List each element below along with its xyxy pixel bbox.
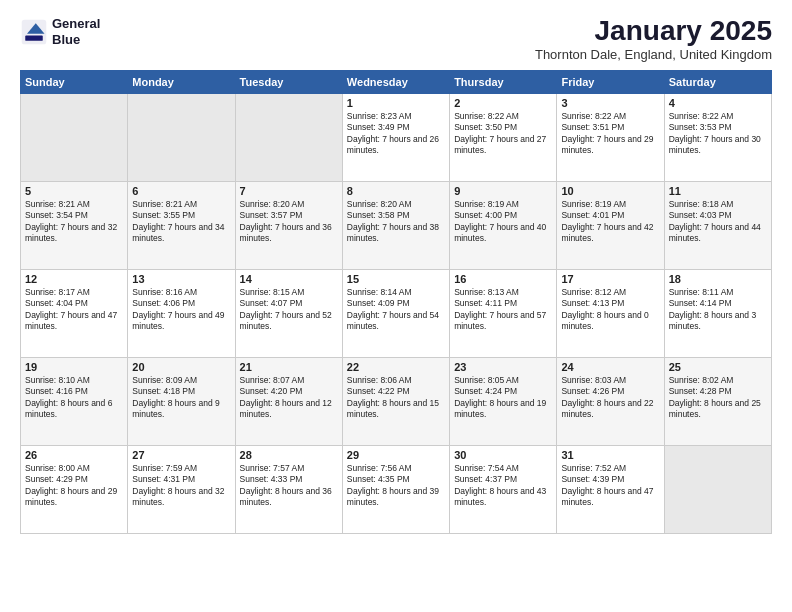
cell-info: Sunrise: 8:16 AM Sunset: 4:06 PM Dayligh… <box>132 287 230 333</box>
day-number: 8 <box>347 185 445 197</box>
day-number: 28 <box>240 449 338 461</box>
cell-info: Sunrise: 8:15 AM Sunset: 4:07 PM Dayligh… <box>240 287 338 333</box>
calendar-cell: 28Sunrise: 7:57 AM Sunset: 4:33 PM Dayli… <box>235 445 342 533</box>
day-number: 19 <box>25 361 123 373</box>
logo-icon <box>20 18 48 46</box>
cell-info: Sunrise: 8:00 AM Sunset: 4:29 PM Dayligh… <box>25 463 123 509</box>
calendar-cell: 17Sunrise: 8:12 AM Sunset: 4:13 PM Dayli… <box>557 269 664 357</box>
calendar-week-1: 1Sunrise: 8:23 AM Sunset: 3:49 PM Daylig… <box>21 93 772 181</box>
calendar-week-4: 19Sunrise: 8:10 AM Sunset: 4:16 PM Dayli… <box>21 357 772 445</box>
cell-info: Sunrise: 8:20 AM Sunset: 3:58 PM Dayligh… <box>347 199 445 245</box>
day-number: 7 <box>240 185 338 197</box>
calendar-cell: 10Sunrise: 8:19 AM Sunset: 4:01 PM Dayli… <box>557 181 664 269</box>
header-row: SundayMondayTuesdayWednesdayThursdayFrid… <box>21 70 772 93</box>
calendar-cell: 16Sunrise: 8:13 AM Sunset: 4:11 PM Dayli… <box>450 269 557 357</box>
calendar-cell: 6Sunrise: 8:21 AM Sunset: 3:55 PM Daylig… <box>128 181 235 269</box>
day-number: 2 <box>454 97 552 109</box>
day-number: 14 <box>240 273 338 285</box>
day-number: 25 <box>669 361 767 373</box>
cell-info: Sunrise: 8:03 AM Sunset: 4:26 PM Dayligh… <box>561 375 659 421</box>
day-number: 18 <box>669 273 767 285</box>
calendar-cell: 20Sunrise: 8:09 AM Sunset: 4:18 PM Dayli… <box>128 357 235 445</box>
day-header-friday: Friday <box>557 70 664 93</box>
calendar-cell: 8Sunrise: 8:20 AM Sunset: 3:58 PM Daylig… <box>342 181 449 269</box>
calendar-cell: 9Sunrise: 8:19 AM Sunset: 4:00 PM Daylig… <box>450 181 557 269</box>
day-number: 5 <box>25 185 123 197</box>
cell-info: Sunrise: 8:10 AM Sunset: 4:16 PM Dayligh… <box>25 375 123 421</box>
cell-info: Sunrise: 8:17 AM Sunset: 4:04 PM Dayligh… <box>25 287 123 333</box>
cell-info: Sunrise: 7:59 AM Sunset: 4:31 PM Dayligh… <box>132 463 230 509</box>
day-number: 13 <box>132 273 230 285</box>
cell-info: Sunrise: 7:57 AM Sunset: 4:33 PM Dayligh… <box>240 463 338 509</box>
calendar-cell: 31Sunrise: 7:52 AM Sunset: 4:39 PM Dayli… <box>557 445 664 533</box>
calendar-cell: 25Sunrise: 8:02 AM Sunset: 4:28 PM Dayli… <box>664 357 771 445</box>
calendar-cell: 15Sunrise: 8:14 AM Sunset: 4:09 PM Dayli… <box>342 269 449 357</box>
calendar-cell: 5Sunrise: 8:21 AM Sunset: 3:54 PM Daylig… <box>21 181 128 269</box>
logo: General Blue <box>20 16 100 47</box>
calendar-cell <box>664 445 771 533</box>
calendar-week-2: 5Sunrise: 8:21 AM Sunset: 3:54 PM Daylig… <box>21 181 772 269</box>
cell-info: Sunrise: 7:52 AM Sunset: 4:39 PM Dayligh… <box>561 463 659 509</box>
day-number: 4 <box>669 97 767 109</box>
day-header-tuesday: Tuesday <box>235 70 342 93</box>
cell-info: Sunrise: 8:02 AM Sunset: 4:28 PM Dayligh… <box>669 375 767 421</box>
calendar-cell: 24Sunrise: 8:03 AM Sunset: 4:26 PM Dayli… <box>557 357 664 445</box>
day-header-sunday: Sunday <box>21 70 128 93</box>
day-number: 23 <box>454 361 552 373</box>
day-number: 29 <box>347 449 445 461</box>
calendar-table: SundayMondayTuesdayWednesdayThursdayFrid… <box>20 70 772 534</box>
cell-info: Sunrise: 8:19 AM Sunset: 4:00 PM Dayligh… <box>454 199 552 245</box>
cell-info: Sunrise: 8:11 AM Sunset: 4:14 PM Dayligh… <box>669 287 767 333</box>
day-number: 3 <box>561 97 659 109</box>
header: General Blue January 2025 Thornton Dale,… <box>20 16 772 62</box>
cell-info: Sunrise: 8:14 AM Sunset: 4:09 PM Dayligh… <box>347 287 445 333</box>
day-number: 12 <box>25 273 123 285</box>
cell-info: Sunrise: 8:18 AM Sunset: 4:03 PM Dayligh… <box>669 199 767 245</box>
day-number: 31 <box>561 449 659 461</box>
calendar-cell: 11Sunrise: 8:18 AM Sunset: 4:03 PM Dayli… <box>664 181 771 269</box>
cell-info: Sunrise: 8:22 AM Sunset: 3:51 PM Dayligh… <box>561 111 659 157</box>
logo-text: General Blue <box>52 16 100 47</box>
calendar-cell: 19Sunrise: 8:10 AM Sunset: 4:16 PM Dayli… <box>21 357 128 445</box>
day-number: 9 <box>454 185 552 197</box>
calendar-cell <box>21 93 128 181</box>
day-number: 16 <box>454 273 552 285</box>
calendar-header: SundayMondayTuesdayWednesdayThursdayFrid… <box>21 70 772 93</box>
title-block: January 2025 Thornton Dale, England, Uni… <box>535 16 772 62</box>
calendar-cell: 2Sunrise: 8:22 AM Sunset: 3:50 PM Daylig… <box>450 93 557 181</box>
calendar-body: 1Sunrise: 8:23 AM Sunset: 3:49 PM Daylig… <box>21 93 772 533</box>
calendar-cell: 30Sunrise: 7:54 AM Sunset: 4:37 PM Dayli… <box>450 445 557 533</box>
day-number: 11 <box>669 185 767 197</box>
cell-info: Sunrise: 8:21 AM Sunset: 3:55 PM Dayligh… <box>132 199 230 245</box>
cell-info: Sunrise: 8:22 AM Sunset: 3:53 PM Dayligh… <box>669 111 767 157</box>
day-number: 10 <box>561 185 659 197</box>
day-number: 6 <box>132 185 230 197</box>
day-header-thursday: Thursday <box>450 70 557 93</box>
calendar-cell: 27Sunrise: 7:59 AM Sunset: 4:31 PM Dayli… <box>128 445 235 533</box>
day-header-wednesday: Wednesday <box>342 70 449 93</box>
cell-info: Sunrise: 8:22 AM Sunset: 3:50 PM Dayligh… <box>454 111 552 157</box>
day-number: 20 <box>132 361 230 373</box>
month-title: January 2025 <box>535 16 772 47</box>
calendar-cell: 26Sunrise: 8:00 AM Sunset: 4:29 PM Dayli… <box>21 445 128 533</box>
calendar-week-5: 26Sunrise: 8:00 AM Sunset: 4:29 PM Dayli… <box>21 445 772 533</box>
cell-info: Sunrise: 8:09 AM Sunset: 4:18 PM Dayligh… <box>132 375 230 421</box>
location: Thornton Dale, England, United Kingdom <box>535 47 772 62</box>
cell-info: Sunrise: 8:23 AM Sunset: 3:49 PM Dayligh… <box>347 111 445 157</box>
day-number: 27 <box>132 449 230 461</box>
cell-info: Sunrise: 8:07 AM Sunset: 4:20 PM Dayligh… <box>240 375 338 421</box>
calendar-cell: 23Sunrise: 8:05 AM Sunset: 4:24 PM Dayli… <box>450 357 557 445</box>
calendar-week-3: 12Sunrise: 8:17 AM Sunset: 4:04 PM Dayli… <box>21 269 772 357</box>
day-number: 26 <box>25 449 123 461</box>
calendar-cell: 29Sunrise: 7:56 AM Sunset: 4:35 PM Dayli… <box>342 445 449 533</box>
calendar-cell: 14Sunrise: 8:15 AM Sunset: 4:07 PM Dayli… <box>235 269 342 357</box>
day-header-saturday: Saturday <box>664 70 771 93</box>
calendar-cell: 4Sunrise: 8:22 AM Sunset: 3:53 PM Daylig… <box>664 93 771 181</box>
day-header-monday: Monday <box>128 70 235 93</box>
day-number: 15 <box>347 273 445 285</box>
cell-info: Sunrise: 8:06 AM Sunset: 4:22 PM Dayligh… <box>347 375 445 421</box>
cell-info: Sunrise: 8:12 AM Sunset: 4:13 PM Dayligh… <box>561 287 659 333</box>
calendar-cell: 3Sunrise: 8:22 AM Sunset: 3:51 PM Daylig… <box>557 93 664 181</box>
cell-info: Sunrise: 7:56 AM Sunset: 4:35 PM Dayligh… <box>347 463 445 509</box>
page: General Blue January 2025 Thornton Dale,… <box>0 0 792 612</box>
